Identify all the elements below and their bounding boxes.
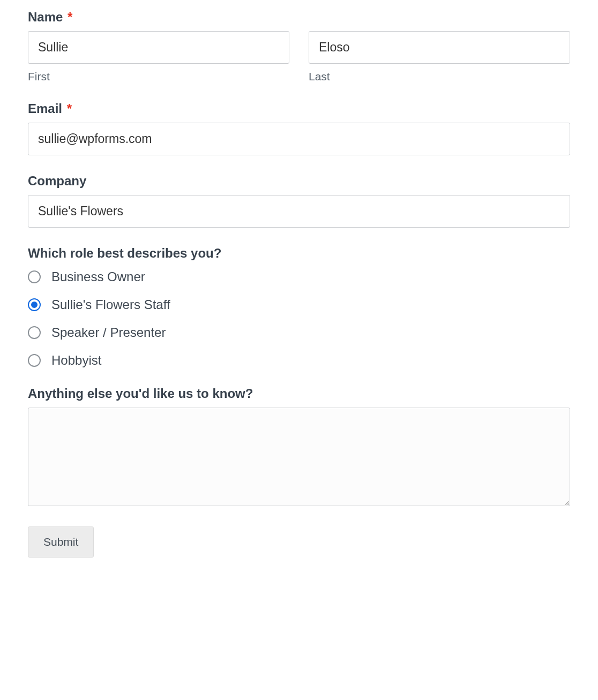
company-label: Company — [28, 174, 570, 189]
name-label-text: Name — [28, 10, 63, 24]
role-option-hobbyist[interactable]: Hobbyist — [28, 353, 570, 368]
first-name-col: First — [28, 31, 289, 83]
submit-button[interactable]: Submit — [28, 526, 94, 558]
role-radio-list: Business Owner Sullie's Flowers Staff Sp… — [28, 269, 570, 368]
name-row: First Last — [28, 31, 570, 83]
role-radio-label[interactable]: Speaker / Presenter — [51, 325, 166, 340]
comments-textarea[interactable] — [28, 408, 570, 506]
role-field-group: Which role best describes you? Business … — [28, 246, 570, 368]
company-field-group: Company — [28, 174, 570, 228]
role-option-business-owner[interactable]: Business Owner — [28, 269, 570, 284]
name-label: Name * — [28, 10, 570, 25]
required-marker: * — [68, 10, 72, 24]
first-name-input[interactable] — [28, 31, 289, 64]
first-name-sublabel: First — [28, 70, 289, 83]
email-label: Email * — [28, 101, 570, 116]
company-input[interactable] — [28, 195, 570, 228]
role-radio-hobbyist[interactable] — [28, 354, 41, 367]
role-option-staff[interactable]: Sullie's Flowers Staff — [28, 297, 570, 312]
required-marker: * — [67, 101, 72, 116]
role-radio-label[interactable]: Sullie's Flowers Staff — [51, 297, 170, 312]
role-radio-staff[interactable] — [28, 298, 41, 311]
registration-form: Name * First Last Email * Company Which … — [28, 10, 570, 558]
last-name-input[interactable] — [309, 31, 570, 64]
email-input[interactable] — [28, 123, 570, 155]
role-label: Which role best describes you? — [28, 246, 570, 261]
last-name-sublabel: Last — [309, 70, 570, 83]
comments-field-group: Anything else you'd like us to know? — [28, 386, 570, 508]
email-label-text: Email — [28, 101, 62, 116]
last-name-col: Last — [309, 31, 570, 83]
role-radio-business-owner[interactable] — [28, 270, 41, 283]
comments-label: Anything else you'd like us to know? — [28, 386, 570, 401]
role-radio-label[interactable]: Business Owner — [51, 269, 145, 284]
email-field-group: Email * — [28, 101, 570, 155]
name-field-group: Name * First Last — [28, 10, 570, 83]
role-radio-speaker[interactable] — [28, 326, 41, 339]
role-option-speaker[interactable]: Speaker / Presenter — [28, 325, 570, 340]
role-radio-label[interactable]: Hobbyist — [51, 353, 101, 368]
